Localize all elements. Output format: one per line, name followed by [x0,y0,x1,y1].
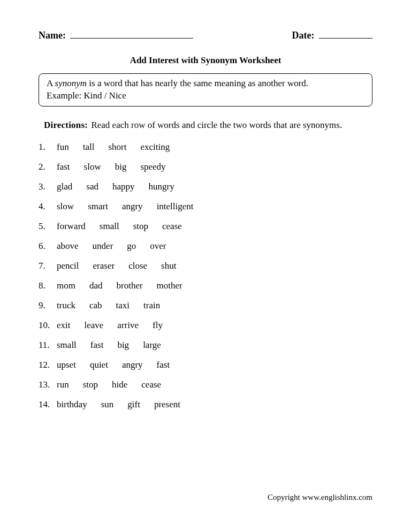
row-number: 10. [39,320,57,331]
word: mom [57,280,75,291]
word: upset [57,360,76,370]
word: mother [157,280,182,291]
word-row: 8.momdadbrothermother [39,280,372,291]
word: stop [83,379,98,390]
word: eraser [93,261,115,271]
word: above [57,241,79,252]
word: under [93,241,113,252]
row-words: runstophidecease [57,379,175,390]
word-row: 5.forwardsmallstopcease [39,221,372,232]
name-blank-line[interactable] [70,31,193,39]
header-row: Name: Date: [39,30,372,41]
word: cease [141,379,161,390]
word: large [143,340,161,351]
row-number: 1. [39,142,57,153]
word: cab [89,300,102,311]
row-words: smallfastbiglarge [57,340,175,351]
definition-box: A synonym is a word that has nearly the … [39,73,372,107]
row-words: forwardsmallstopcease [57,221,196,232]
word: sun [101,399,114,410]
date-label: Date: [292,30,315,41]
copyright: Copyright www.englishlinx.com [268,493,372,502]
word: short [108,142,126,153]
word: pencil [57,261,79,271]
word: train [143,300,160,311]
definition-example: Example: Kind / Nice [47,90,364,102]
word: hungry [149,181,174,192]
word-row: 10.exitleavearrivefly [39,320,372,331]
word: exciting [140,142,170,153]
word: stop [133,221,148,232]
row-words: birthdaysungiftpresent [57,399,194,410]
row-words: aboveundergoover [57,241,180,252]
word: run [57,379,69,390]
word: slow [84,162,101,172]
row-number: 2. [39,162,57,172]
word: truck [57,300,75,311]
word: tall [83,142,95,153]
directions-label: Directions: [44,120,88,130]
row-number: 8. [39,280,57,291]
word: hide [112,379,127,390]
row-words: exitleavearrivefly [57,320,177,331]
directions-text: Read each row of words and circle the tw… [91,120,342,130]
directions: Directions: Read each row of words and c… [39,118,372,132]
word: fun [57,142,69,153]
word-row: 6.aboveundergoover [39,241,372,252]
word: small [100,221,119,232]
row-number: 3. [39,181,57,192]
name-label: Name: [39,30,66,41]
word: over [150,241,166,252]
word: smart [88,201,108,212]
word: big [117,340,129,351]
word-row: 2.fastslowbigspeedy [39,162,372,172]
word: fast [157,360,170,370]
word-row: 1.funtallshortexciting [39,142,372,153]
row-words: gladsadhappyhungry [57,181,188,192]
definition-line: A synonym is a word that has nearly the … [47,78,364,90]
row-words: upsetquietangryfast [57,360,184,370]
word: exit [57,320,71,331]
worksheet-title: Add Interest with Synonym Worksheet [39,55,372,66]
row-words: fastslowbigspeedy [57,162,180,172]
definition-rest: is a word that has nearly the same meani… [87,78,308,88]
row-words: funtallshortexciting [57,142,184,153]
word: small [57,340,77,351]
row-words: pencilerasercloseshut [57,261,190,271]
word: taxi [116,300,130,311]
word-row: 4.slowsmartangryintelligent [39,201,372,212]
definition-term: synonym [55,78,87,88]
word-row: 3.gladsadhappyhungry [39,181,372,192]
date-blank-line[interactable] [319,31,372,39]
word: fast [90,340,104,351]
word-row: 13.runstophidecease [39,379,372,390]
word: slow [57,201,74,212]
word: birthday [57,399,87,410]
row-words: slowsmartangryintelligent [57,201,208,212]
word: go [127,241,136,252]
word: happy [112,181,135,192]
word: sad [86,181,98,192]
definition-lead: A [47,78,55,88]
row-number: 12. [39,360,57,370]
word: forward [57,221,86,232]
word-row: 12.upsetquietangryfast [39,360,372,370]
name-field: Name: [39,30,193,41]
word: fast [57,162,70,172]
word: cease [162,221,182,232]
row-number: 7. [39,261,57,271]
row-number: 14. [39,399,57,410]
word: quiet [90,360,108,370]
row-number: 13. [39,379,57,390]
word-row: 7.pencilerasercloseshut [39,261,372,271]
word: dad [89,280,103,291]
word: angry [122,201,143,212]
word: arrive [117,320,139,331]
word-rows: 1.funtallshortexciting2.fastslowbigspeed… [39,142,372,410]
row-number: 11. [39,340,57,351]
word-row: 11.smallfastbiglarge [39,340,372,351]
row-number: 6. [39,241,57,252]
date-field: Date: [292,30,372,41]
word: intelligent [157,201,194,212]
word: glad [57,181,72,192]
